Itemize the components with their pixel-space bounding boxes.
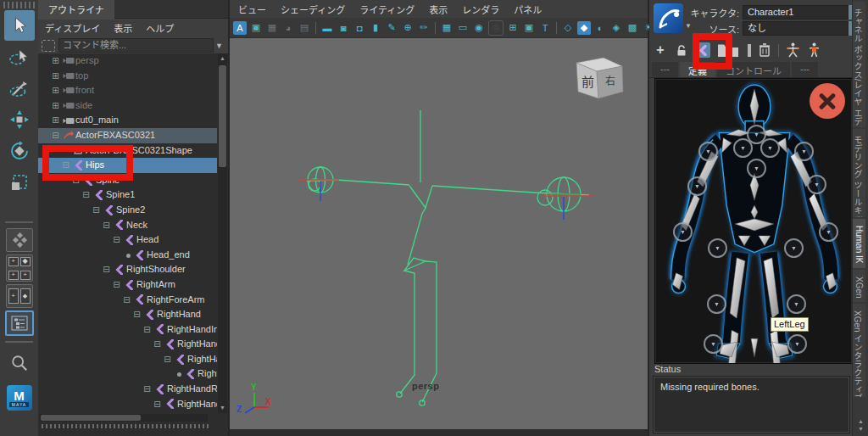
paint-select-tool[interactable]	[4, 73, 35, 103]
tree-item-Spine2[interactable]: ⊟Spine2	[38, 203, 217, 218]
scroll-thumb[interactable]	[219, 65, 226, 167]
lighting-icon[interactable]: ◐	[593, 21, 607, 35]
tree-item-RightHandI[interactable]: ⊟RightHandI	[38, 411, 217, 413]
tree-item-Neck[interactable]: ⊟Neck	[38, 218, 217, 233]
tree-item-Spine1[interactable]: ⊟Spine1	[38, 187, 217, 203]
tree-item-RightShoulder[interactable]: ⊟RightShoulder	[38, 262, 217, 277]
brush-icon[interactable]: ✎	[385, 21, 398, 35]
command-search-input[interactable]: コマンド検索...	[58, 38, 214, 53]
menu-item-レンダラ[interactable]: レンダラ	[462, 3, 499, 16]
plane-icon[interactable]: ▤	[298, 21, 311, 35]
tree-item-top[interactable]: ⊞top	[38, 69, 217, 84]
menu-item-ビュー[interactable]: ビュー	[238, 3, 266, 16]
camera-select-icon[interactable]: ▬	[320, 21, 334, 35]
tree-item-cut0_main[interactable]: ⊞cut0_main	[38, 113, 217, 128]
joint-menu-button[interactable]: ▼	[733, 138, 753, 158]
joint-tool-button[interactable]	[695, 42, 710, 58]
expand-toggle-icon[interactable]: ⊞	[50, 83, 61, 98]
tree-item-persp[interactable]: ⊞persp	[38, 53, 217, 69]
joint-menu-button[interactable]: ▼	[708, 238, 727, 258]
tree-item-RightHandRing[interactable]: ⊟RightHandRing	[38, 382, 217, 397]
panel-tab-モデリング ツールキット[interactable]: モデリング ツールキット	[853, 129, 865, 217]
outliner-hscrollbar[interactable]	[39, 414, 208, 422]
object-select-icon[interactable]: ▣	[249, 21, 263, 35]
film-gate-icon[interactable]: ▭	[456, 21, 470, 35]
save-button[interactable]	[746, 42, 751, 58]
toolbar-grip[interactable]	[3, 2, 35, 8]
expand-toggle-icon[interactable]: ⊟	[101, 218, 112, 233]
scroll-down-icon[interactable]: ▼	[218, 403, 227, 413]
menu-item-表示[interactable]: 表示	[429, 3, 448, 16]
expand-toggle-icon[interactable]: ⊟	[162, 352, 173, 367]
quad-layout-button[interactable]: +◆++	[6, 254, 33, 282]
menu-item-ディスプレイ[interactable]: ディスプレイ	[45, 21, 100, 35]
selection-mask-icon[interactable]	[42, 40, 55, 52]
camera-attr-icon[interactable]: ◘	[353, 21, 366, 35]
wireframe-cube-icon[interactable]: ◇	[561, 21, 575, 35]
rotate-tool[interactable]	[4, 136, 35, 166]
outliner-layout-button[interactable]	[5, 310, 34, 336]
viewport-canvas[interactable]: 前 右 Y X Z	[230, 37, 648, 429]
tree-item-Hips[interactable]: ⊟Hips	[38, 158, 217, 173]
wire-on-shaded-icon[interactable]: ▩	[626, 21, 639, 35]
tab-scroll-arrows[interactable]: ▲▼	[853, 417, 868, 433]
expand-toggle-icon[interactable]: ⊟	[111, 232, 122, 248]
expand-toggle-icon[interactable]: ⊞	[50, 113, 61, 128]
joint-menu-button[interactable]: ▼	[807, 175, 826, 194]
four-view-layout-button[interactable]	[6, 228, 33, 252]
gate-mask-icon[interactable]: ◎	[488, 20, 504, 36]
textured-cube-icon[interactable]: ◈	[609, 21, 623, 35]
menu-item-ライティング[interactable]: ライティング	[359, 3, 415, 16]
bookmark-icon[interactable]: ▮	[369, 21, 382, 35]
expand-toggle-icon[interactable]: ⊟	[162, 411, 173, 413]
joint-menu-button[interactable]: ▼	[784, 238, 804, 258]
expand-toggle-icon[interactable]: ⊞	[50, 53, 61, 69]
joint-menu-button[interactable]: ▼	[704, 334, 723, 354]
image-plane-icon[interactable]: ▣	[522, 21, 536, 35]
character-select[interactable]: Character1	[743, 5, 849, 20]
humanik-logo[interactable]	[654, 3, 683, 33]
tree-item-RightArm[interactable]: ⊟RightArm	[38, 277, 217, 293]
tree-item-Head_end[interactable]: Head_end	[38, 248, 217, 263]
expand-toggle-icon[interactable]: ⊞	[50, 69, 61, 84]
expand-toggle-icon[interactable]: ⊟	[152, 337, 163, 352]
maya-logo[interactable]: M MAYA	[7, 385, 32, 411]
tree-item-RightHandI[interactable]: ⊟RightHandI	[38, 352, 217, 367]
tree-item-ActorFBXASC0321Shape[interactable]: ActorFBXASC0321Shape	[38, 143, 217, 159]
move-tool[interactable]	[4, 104, 35, 135]
tree-item-side[interactable]: ⊞side	[38, 98, 217, 114]
expand-toggle-icon[interactable]: ⊞	[50, 98, 61, 114]
joint-menu-button[interactable]: ▼	[787, 334, 807, 354]
menu-item-表示[interactable]: 表示	[114, 21, 132, 35]
expand-toggle-icon[interactable]: ⊟	[60, 158, 71, 173]
expand-toggle-icon[interactable]: ⊟	[131, 307, 142, 322]
lasso-select-tool[interactable]	[4, 42, 35, 72]
expand-toggle-icon[interactable]: ⊟	[142, 322, 153, 338]
camera-lock-icon[interactable]: ◙	[337, 21, 350, 35]
pie-mode-icon[interactable]: ◕	[281, 21, 295, 35]
add-character-button[interactable]: +	[653, 42, 668, 58]
tree-item-RightHand[interactable]: ⊟RightHand	[38, 307, 217, 322]
joint-menu-button[interactable]: ▼	[760, 138, 780, 158]
tree-item-ActorFBXASC0321[interactable]: ⊟ActorFBXASC0321	[38, 128, 217, 143]
texture-placement-icon[interactable]: T	[538, 21, 552, 35]
expand-toggle-icon[interactable]: ⊟	[81, 187, 92, 203]
lock-button[interactable]	[674, 42, 689, 58]
panel-resize-grip[interactable]	[42, 424, 211, 428]
search-dropdown-arrow-icon[interactable]: ▼	[214, 42, 225, 50]
scroll-up-icon[interactable]: ▲	[218, 53, 227, 64]
hilite-icon[interactable]: ▦	[265, 21, 279, 35]
zoom-region-icon[interactable]: ⊕	[401, 21, 415, 35]
joint-menu-button[interactable]: ▼	[794, 142, 814, 161]
expand-toggle-icon[interactable]: ⊟	[142, 382, 153, 397]
grid-icon[interactable]: ▦	[440, 21, 453, 35]
joint-menu-button[interactable]: ▼	[698, 142, 718, 161]
panel-tab-Human IK[interactable]: Human IK	[853, 219, 865, 268]
joint-menu-button[interactable]: ▼	[787, 294, 806, 314]
expand-toggle-icon[interactable]: ⊟	[91, 203, 102, 218]
scale-tool[interactable]	[4, 167, 35, 198]
scroll-thumb[interactable]	[41, 415, 141, 421]
tree-item-RightHar[interactable]: RightHar	[38, 366, 217, 382]
outliner-vscrollbar[interactable]: ▲ ▼	[218, 53, 227, 413]
control-rig-button[interactable]	[806, 42, 821, 58]
